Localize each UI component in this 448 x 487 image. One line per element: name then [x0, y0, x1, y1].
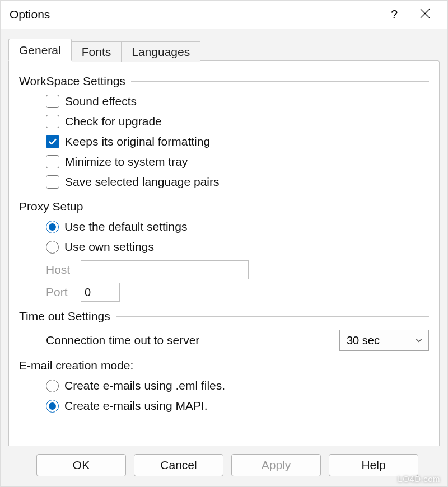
checkbox-save-language-pairs[interactable]: Save selected language pairs — [46, 172, 429, 192]
host-label: Host — [46, 263, 74, 277]
tabstrip: General Fonts Languages — [8, 39, 440, 61]
timeout-dropdown[interactable]: 30 sec — [339, 330, 429, 351]
host-input[interactable] — [81, 260, 249, 279]
divider — [116, 316, 429, 317]
proxy-port-row: Port — [46, 283, 429, 302]
proxy-host-row: Host — [46, 260, 429, 279]
checkbox-check-for-upgrade[interactable]: Check for upgrade — [46, 111, 429, 132]
checkbox-keep-formatting[interactable]: Keeps its original formatting — [46, 132, 429, 152]
port-input[interactable] — [81, 283, 120, 302]
options-dialog: Options ? General Fonts Languages WorkSp… — [0, 0, 448, 487]
radio-icon — [46, 241, 59, 254]
checkbox-label: Keeps its original formatting — [65, 135, 210, 148]
radio-proxy-default[interactable]: Use the default settings — [46, 217, 429, 237]
help-icon: ? — [391, 7, 398, 22]
divider — [139, 366, 429, 366]
checkbox-label: Sound effects — [65, 95, 137, 108]
group-email-body: Create e-mails using .eml files. Create … — [19, 372, 429, 420]
help-button-footer[interactable]: Help — [329, 454, 418, 476]
group-workspace-body: Sound effects Check for upgrade Keeps it… — [19, 88, 429, 196]
checkbox-icon — [46, 115, 59, 128]
radio-label: Create e-mails using .eml files. — [64, 379, 225, 392]
group-email-header: E-mail creation mode: — [19, 359, 429, 372]
group-timeout-header: Time out Settings — [19, 310, 429, 323]
titlebar: Options ? — [1, 1, 447, 29]
radio-email-eml[interactable]: Create e-mails using .eml files. — [46, 376, 429, 396]
cancel-button[interactable]: Cancel — [134, 454, 223, 476]
radio-label: Create e-mails using MAPI. — [64, 399, 208, 413]
timeout-label: Connection time out to server — [46, 334, 333, 347]
tab-general[interactable]: General — [8, 39, 72, 61]
group-email-title: E-mail creation mode: — [19, 359, 133, 372]
checkbox-minimize-tray[interactable]: Minimize to system tray — [46, 152, 429, 172]
checkbox-label: Check for upgrade — [65, 115, 162, 128]
apply-button[interactable]: Apply — [231, 454, 321, 476]
checkbox-label: Minimize to system tray — [65, 155, 188, 168]
checkbox-label: Save selected language pairs — [65, 175, 220, 189]
timeout-row: Connection time out to server 30 sec — [19, 323, 429, 355]
radio-label: Use the default settings — [64, 220, 187, 233]
tab-languages[interactable]: Languages — [122, 41, 200, 62]
checkbox-sound-effects[interactable]: Sound effects — [46, 91, 429, 111]
divider — [131, 81, 429, 82]
group-proxy-body: Use the default settings Use own setting… — [19, 213, 429, 306]
checkbox-icon — [46, 95, 59, 108]
tab-fonts[interactable]: Fonts — [72, 41, 122, 62]
divider — [88, 207, 429, 207]
group-proxy-title: Proxy Setup — [19, 200, 83, 213]
close-button[interactable] — [408, 3, 442, 26]
tab-panel-general: WorkSpace Settings Sound effects Check f… — [8, 60, 440, 446]
window-title: Options — [10, 8, 50, 21]
group-proxy-header: Proxy Setup — [19, 200, 429, 213]
radio-email-mapi[interactable]: Create e-mails using MAPI. — [46, 396, 429, 416]
checkbox-icon — [46, 175, 59, 189]
group-workspace-header: WorkSpace Settings — [19, 74, 429, 88]
checkbox-icon — [46, 155, 59, 168]
radio-label: Use own settings — [64, 240, 154, 254]
radio-proxy-own[interactable]: Use own settings — [46, 237, 429, 257]
close-icon — [420, 7, 430, 22]
group-timeout-title: Time out Settings — [19, 310, 110, 323]
port-label: Port — [46, 285, 74, 299]
radio-icon — [46, 380, 59, 392]
group-workspace-title: WorkSpace Settings — [19, 74, 125, 88]
chevron-down-icon — [415, 334, 423, 347]
help-button[interactable]: ? — [380, 3, 408, 26]
client-area: General Fonts Languages WorkSpace Settin… — [1, 29, 447, 486]
dropdown-value: 30 sec — [347, 334, 380, 347]
checkbox-icon — [46, 135, 59, 148]
radio-icon — [46, 400, 59, 413]
ok-button[interactable]: OK — [36, 454, 126, 476]
button-bar: OK Cancel Apply Help — [8, 446, 440, 486]
radio-icon — [46, 221, 59, 233]
